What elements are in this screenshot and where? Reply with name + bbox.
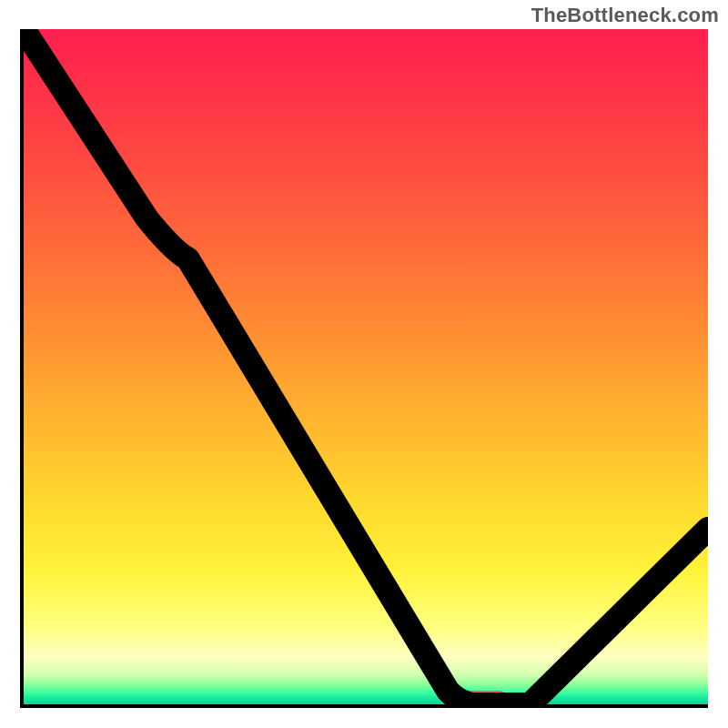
bottleneck-curve	[24, 29, 708, 704]
watermark-text: TheBottleneck.com	[531, 4, 719, 27]
chart-frame: TheBottleneck.com	[0, 0, 728, 728]
plot-area	[20, 29, 708, 708]
